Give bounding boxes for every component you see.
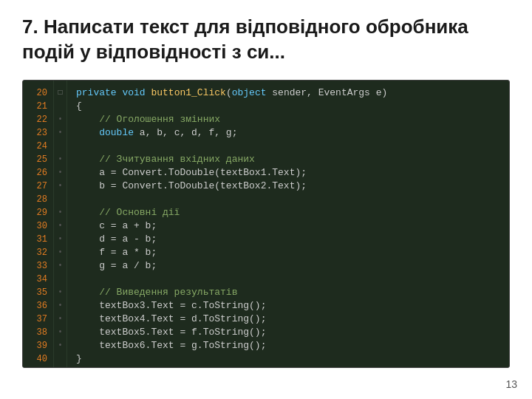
line-num-26: 26 [23,166,53,180]
line-num-39: 39 [23,339,53,352]
code-line-32: f = a * b; [76,246,500,259]
line-num-40: 40 [23,352,53,366]
page-number: 13 [505,378,517,390]
code-line-38: textBox5.Text = f.ToString(); [76,326,500,339]
gutter-39: • [54,339,66,352]
gutter-32: • [54,246,66,259]
line-num-34: 34 [23,273,53,286]
gutter-38: • [54,326,66,339]
gutter-37: • [54,313,66,326]
gutter-28 [54,193,66,206]
slide: 7. Написати текст для відповідного оброб… [0,0,532,399]
code-line-40: } [76,352,500,366]
code-line-33: g = a / b; [76,259,500,273]
line-num-29: 29 [23,206,53,219]
slide-title: 7. Написати текст для відповідного оброб… [22,15,510,65]
code-line-37: textBox4.Text = d.ToString(); [76,313,500,326]
gutter-26: • [54,166,66,180]
line-num-20: 20 [23,86,53,100]
gutter-31: • [54,233,66,246]
code-line-28 [76,193,500,206]
gutter: □ • • • • • • • • • • • • • • • [54,81,67,367]
code-line-21: { [76,100,500,113]
code-line-31: d = a - b; [76,233,500,246]
code-line-39: textBox6.Text = g.ToString(); [76,339,500,352]
code-line-36: textBox3.Text = c.ToString(); [76,299,500,313]
gutter-33: • [54,259,66,273]
gutter-30: • [54,219,66,233]
gutter-27: • [54,180,66,193]
code-line-23: double a, b, c, d, f, g; [76,126,500,140]
gutter-22: • [54,113,66,126]
line-num-22: 22 [23,113,53,126]
line-num-28: 28 [23,193,53,206]
line-num-35: 35 [23,286,53,299]
code-line-29: // Основні дії [76,206,500,219]
line-num-37: 37 [23,313,53,326]
gutter-23: • [54,126,66,140]
line-num-27: 27 [23,180,53,193]
line-num-33: 33 [23,259,53,273]
gutter-21 [54,100,66,113]
code-line-24 [76,140,500,153]
gutter-35: • [54,286,66,299]
line-num-21: 21 [23,100,53,113]
line-num-24: 24 [23,140,53,153]
line-num-31: 31 [23,233,53,246]
code-content: private void button1_Click(object sender… [67,81,509,367]
line-num-23: 23 [23,126,53,140]
line-numbers: 20 21 22 23 24 25 26 27 28 29 30 31 32 3… [23,81,54,367]
code-line-30: c = a + b; [76,219,500,233]
gutter-36: • [54,299,66,313]
gutter-29: • [54,206,66,219]
code-line-34 [76,273,500,286]
code-line-22: // Оголошення змінних [76,113,500,126]
gutter-20[interactable]: □ [54,86,66,100]
code-line-26: a = Convert.ToDouble(textBox1.Text); [76,166,500,180]
line-num-38: 38 [23,326,53,339]
code-line-20: private void button1_Click(object sender… [76,86,500,100]
code-line-35: // Виведення результатів [76,286,500,299]
line-num-36: 36 [23,299,53,313]
code-editor: 20 21 22 23 24 25 26 27 28 29 30 31 32 3… [22,80,510,368]
gutter-25: • [54,153,66,166]
code-line-27: b = Convert.ToDouble(textBox2.Text); [76,180,500,193]
gutter-40 [54,352,66,366]
gutter-34 [54,273,66,286]
line-num-32: 32 [23,246,53,259]
line-num-25: 25 [23,153,53,166]
code-line-25: // Зчитування вхідних даних [76,153,500,166]
line-num-30: 30 [23,219,53,233]
gutter-24 [54,140,66,153]
